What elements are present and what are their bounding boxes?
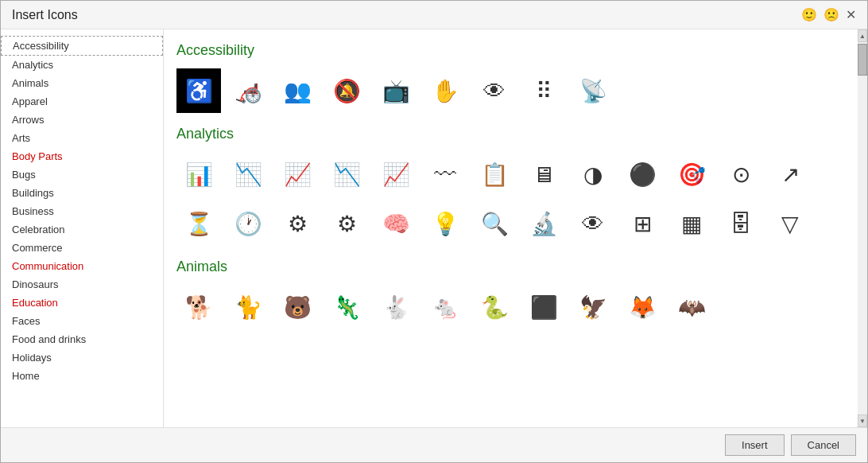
scroll-up-arrow[interactable]: ▲ <box>858 29 867 42</box>
icon-cell[interactable]: 🐇 <box>374 285 418 329</box>
sidebar-item-apparel[interactable]: Apparel <box>1 92 163 111</box>
icon-cell[interactable]: 〰 <box>423 152 467 196</box>
icon-cell[interactable]: 🦅 <box>571 285 615 329</box>
icon-cell[interactable]: 🐻 <box>275 285 320 329</box>
sidebar-item-dinosaurs[interactable]: Dinosaurs <box>1 275 163 294</box>
smiley-icon[interactable]: 🙂 <box>801 7 817 22</box>
icon-cell[interactable]: 📈 <box>275 152 320 196</box>
sidebar-item-food-and-drinks[interactable]: Food and drinks <box>1 330 163 348</box>
section-title: Accessibility <box>176 42 845 59</box>
icon-cell[interactable]: ✋ <box>423 68 467 113</box>
icon-cell[interactable]: 🦽 <box>226 68 270 113</box>
icon-cell[interactable]: 🔕 <box>324 68 369 113</box>
icon-cell[interactable]: ⚙ <box>324 201 369 246</box>
icon-cell[interactable]: ⏳ <box>176 201 221 246</box>
icon-cell[interactable]: ▽ <box>768 201 812 246</box>
main-body: AccessibilityAnalyticsAnimalsApparelArro… <box>1 29 867 427</box>
sidebar-item-communication[interactable]: Communication <box>1 257 163 275</box>
sidebar-item-celebration[interactable]: Celebration <box>1 220 163 239</box>
icon-cell[interactable]: 📉 <box>324 152 369 196</box>
icon-cell[interactable]: ⊞ <box>620 201 665 246</box>
icon-cell[interactable]: ◑ <box>571 152 615 196</box>
icon-cell[interactable]: 🦎 <box>324 285 369 329</box>
sidebar-item-business[interactable]: Business <box>1 202 163 220</box>
title-bar: Insert Icons 🙂 🙁 ✕ <box>1 1 867 29</box>
content-area: Accessibility♿🦽👥🔕📺✋👁⠿📡Analytics📊📉📈📉📈〰📋🖥◑… <box>164 29 858 427</box>
sad-icon[interactable]: 🙁 <box>823 7 839 22</box>
close-icon[interactable]: ✕ <box>846 7 856 22</box>
icon-cell[interactable]: ♿ <box>176 68 221 113</box>
icon-cell[interactable]: 📈 <box>374 152 418 196</box>
icons-grid: 📊📉📈📉📈〰📋🖥◑⚫🎯⊙↗⏳🕐⚙⚙🧠💡🔍🔬👁⊞▦🗄▽ <box>176 152 845 246</box>
cancel-button[interactable]: Cancel <box>791 434 856 456</box>
footer: Insert Cancel <box>1 427 867 462</box>
section-analytics: Analytics📊📉📈📉📈〰📋🖥◑⚫🎯⊙↗⏳🕐⚙⚙🧠💡🔍🔬👁⊞▦🗄▽ <box>176 126 845 246</box>
icon-cell[interactable]: ⊙ <box>719 152 763 196</box>
title-bar-right: 🙂 🙁 ✕ <box>801 7 856 22</box>
insert-icons-dialog: Insert Icons 🙂 🙁 ✕ AccessibilityAnalytic… <box>0 0 868 463</box>
icon-cell[interactable]: 🔬 <box>521 201 566 246</box>
icon-cell[interactable]: 🔍 <box>472 201 517 246</box>
icon-cell[interactable]: 📺 <box>374 68 418 113</box>
icon-cell[interactable]: 🗄 <box>719 201 763 246</box>
sidebar-item-arrows[interactable]: Arrows <box>1 111 163 129</box>
icon-cell[interactable]: ⠿ <box>521 68 566 113</box>
icons-grid: ♿🦽👥🔕📺✋👁⠿📡 <box>176 68 845 113</box>
icon-cell[interactable]: 🦇 <box>669 285 714 329</box>
icon-cell[interactable]: 🐕 <box>176 285 221 329</box>
icon-cell[interactable]: 📋 <box>472 152 517 196</box>
section-title: Analytics <box>176 126 845 142</box>
insert-button[interactable]: Insert <box>725 434 785 456</box>
sidebar-item-accessibility[interactable]: Accessibility <box>1 36 163 56</box>
icon-cell[interactable]: 🕐 <box>226 201 270 246</box>
sidebar-item-arts[interactable]: Arts <box>1 129 163 147</box>
sidebar-item-holidays[interactable]: Holidays <box>1 348 163 367</box>
sidebar-item-body-parts[interactable]: Body Parts <box>1 147 163 165</box>
sidebar: AccessibilityAnalyticsAnimalsApparelArro… <box>1 29 164 427</box>
sidebar-item-commerce[interactable]: Commerce <box>1 239 163 257</box>
sidebar-item-bugs[interactable]: Bugs <box>1 165 163 184</box>
icon-cell[interactable]: 🎯 <box>669 152 714 196</box>
icon-cell[interactable]: ↗ <box>768 152 812 196</box>
icon-cell[interactable]: 📊 <box>176 152 221 196</box>
icon-cell[interactable]: 📉 <box>226 152 270 196</box>
sidebar-item-faces[interactable]: Faces <box>1 312 163 330</box>
scrollbar[interactable]: ▲ ▼ <box>858 29 867 427</box>
icon-cell[interactable]: 👁 <box>571 201 615 246</box>
icon-cell[interactable]: 🧠 <box>374 201 418 246</box>
section-animals: Animals🐕🐈🐻🦎🐇🐁🐍⬛🦅🦊🦇 <box>176 259 845 329</box>
icon-cell[interactable]: ▦ <box>669 201 714 246</box>
sidebar-item-buildings[interactable]: Buildings <box>1 184 163 202</box>
icon-cell[interactable]: 👥 <box>275 68 320 113</box>
sidebar-item-analytics[interactable]: Analytics <box>1 56 163 74</box>
icon-cell[interactable]: 🐍 <box>472 285 517 329</box>
scroll-thumb[interactable] <box>858 44 867 76</box>
icon-cell[interactable]: 🐁 <box>423 285 467 329</box>
section-title: Animals <box>176 259 845 275</box>
icon-cell[interactable]: 🐈 <box>226 285 270 329</box>
section-accessibility: Accessibility♿🦽👥🔕📺✋👁⠿📡 <box>176 42 845 113</box>
icon-cell[interactable]: 📡 <box>571 68 615 113</box>
icon-cell[interactable]: ⚙ <box>275 201 320 246</box>
sidebar-item-education[interactable]: Education <box>1 294 163 312</box>
icon-cell[interactable]: 🦊 <box>620 285 665 329</box>
title-bar-left: Insert Icons <box>12 8 78 22</box>
scroll-down-arrow[interactable]: ▼ <box>858 414 867 427</box>
sidebar-item-animals[interactable]: Animals <box>1 74 163 92</box>
icon-cell[interactable]: 💡 <box>423 201 467 246</box>
sidebar-item-home[interactable]: Home <box>1 367 163 385</box>
dialog-title: Insert Icons <box>12 8 78 22</box>
icon-cell[interactable]: 👁 <box>472 68 517 113</box>
icon-cell[interactable]: 🖥 <box>521 152 566 196</box>
icons-grid: 🐕🐈🐻🦎🐇🐁🐍⬛🦅🦊🦇 <box>176 285 845 329</box>
icon-cell[interactable]: ⚫ <box>620 152 665 196</box>
icon-cell[interactable]: ⬛ <box>521 285 566 329</box>
